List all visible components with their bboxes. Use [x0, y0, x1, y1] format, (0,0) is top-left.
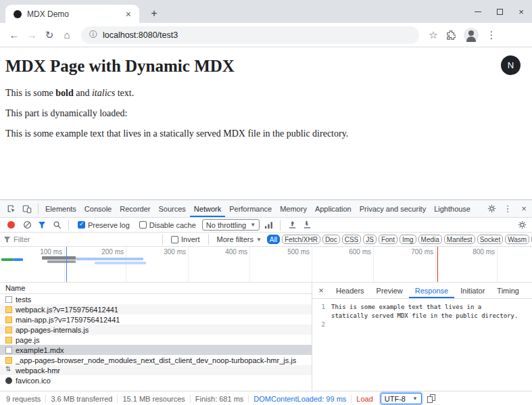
tab-lighthouse[interactable]: Lighthouse — [430, 200, 475, 217]
filter-chip-font[interactable]: Font — [379, 235, 397, 244]
filter-chip-wasm[interactable]: Wasm — [505, 235, 529, 244]
reload-icon[interactable]: ↻ — [41, 26, 58, 44]
table-row[interactable]: main-app.js?v=1759756412441 — [0, 314, 312, 325]
search-icon[interactable] — [51, 220, 63, 229]
minimize-button[interactable] — [467, 0, 489, 23]
filter-chip-img[interactable]: Img — [400, 235, 416, 244]
filter-chip-all[interactable]: All — [267, 235, 280, 244]
extensions-icon[interactable] — [442, 26, 460, 44]
table-row[interactable]: _app-pages-browser_node_modules_next_dis… — [0, 355, 312, 365]
tab-preview[interactable]: Preview — [370, 283, 409, 298]
table-row[interactable]: favicon.ico — [0, 375, 312, 385]
devtools-menu-icon[interactable]: ⋮ — [500, 204, 516, 214]
back-icon[interactable]: ← — [5, 26, 23, 44]
new-tab-button[interactable]: + — [146, 6, 162, 22]
devtools-settings-gear-icon[interactable] — [483, 204, 500, 213]
page-avatar[interactable]: N — [501, 55, 521, 75]
window-controls: × — [467, 0, 532, 23]
browser-tab[interactable]: MDX Demo × — [5, 5, 139, 23]
network-filter-bar: Invert More filters ▼ All Fetch/XHR Doc … — [0, 233, 532, 247]
filter-chip-doc[interactable]: Doc — [322, 235, 340, 244]
preserve-log-checkbox[interactable] — [78, 221, 85, 229]
response-viewer[interactable]: 1 This is some example text that lives i… — [312, 299, 532, 391]
invert-checkbox[interactable] — [171, 236, 178, 243]
tab-sources[interactable]: Sources — [154, 200, 189, 217]
table-row[interactable]: app-pages-internals.js — [0, 325, 312, 335]
tab-privacy-security[interactable]: Privacy and security — [356, 200, 430, 217]
bookmark-star-icon[interactable]: ☆ — [425, 26, 442, 44]
network-conditions-icon[interactable] — [262, 220, 274, 229]
tab-memory[interactable]: Memory — [276, 200, 311, 217]
disable-cache-option[interactable]: Disable cache — [139, 221, 196, 229]
table-row[interactable]: webpack.js?v=1759756412441 — [0, 304, 312, 314]
table-row-selected[interactable]: example1.mdx — [0, 345, 312, 355]
import-har-icon[interactable] — [286, 220, 298, 229]
waterfall-bar — [42, 256, 76, 260]
tab-elements[interactable]: Elements — [41, 200, 80, 217]
tab-performance[interactable]: Performance — [225, 200, 276, 217]
tab-recorder[interactable]: Recorder — [116, 200, 154, 217]
forward-icon[interactable]: → — [23, 26, 41, 44]
tab-initiator[interactable]: Initiator — [454, 283, 491, 298]
preserve-log-option[interactable]: Preserve log — [78, 221, 130, 229]
details-tabbar: × Headers Preview Response Initiator Tim… — [312, 283, 532, 299]
network-overview-timeline[interactable]: 100 ms 200 ms 300 ms 400 ms 500 ms 600 m… — [0, 247, 532, 283]
transferred-size: 3.6 MB transferred — [46, 395, 118, 403]
tab-application[interactable]: Application — [311, 200, 356, 217]
time-tick: 100 ms — [34, 248, 62, 256]
tab-timing[interactable]: Timing — [491, 283, 525, 298]
home-icon[interactable]: ⌂ — [58, 26, 76, 44]
url-text[interactable]: localhost:8080/test3 — [103, 30, 178, 40]
filter-chip-js[interactable]: JS — [363, 235, 377, 244]
time-tick: 600 ms — [343, 248, 371, 256]
tab-close-icon[interactable]: × — [123, 9, 134, 20]
close-button[interactable]: × — [510, 0, 532, 23]
table-row[interactable]: page.js — [0, 335, 312, 345]
details-close-icon[interactable]: × — [312, 283, 330, 298]
network-settings-gear-icon[interactable] — [516, 220, 528, 229]
gridline — [373, 247, 374, 282]
filter-funnel-icon[interactable] — [36, 221, 48, 229]
filter-chip-css[interactable]: CSS — [342, 235, 362, 244]
script-file-icon — [5, 316, 12, 323]
preserve-log-label: Preserve log — [88, 221, 130, 229]
name-column-header[interactable]: Name — [0, 283, 312, 294]
disable-cache-checkbox[interactable] — [139, 221, 147, 229]
clear-network-log-icon[interactable] — [21, 220, 33, 229]
divider — [68, 220, 69, 231]
puzzle-icon — [446, 30, 456, 40]
copy-icon[interactable] — [427, 394, 436, 404]
request-count: 9 requests — [1, 395, 46, 403]
table-row[interactable]: tests — [0, 294, 312, 304]
tab-headers[interactable]: Headers — [330, 283, 370, 298]
bold-text: bold — [55, 88, 73, 98]
maximize-button[interactable] — [489, 0, 510, 23]
filter-input-box[interactable] — [3, 235, 158, 243]
profile-avatar-icon[interactable] — [464, 28, 479, 43]
export-har-icon[interactable] — [301, 220, 313, 229]
request-name: favicon.ico — [16, 377, 51, 385]
table-row[interactable]: webpack-hmr — [0, 365, 312, 375]
invert-filter-option[interactable]: Invert — [171, 235, 200, 243]
tab-network[interactable]: Network — [190, 200, 225, 217]
device-toolbar-icon[interactable] — [19, 200, 35, 217]
browser-menu-icon[interactable]: ⋮ — [483, 26, 500, 44]
throttling-select[interactable]: No throttling ▼ — [202, 219, 260, 231]
tab-console[interactable]: Console — [80, 200, 116, 217]
encoding-select[interactable]: UTF-8 ▼ — [381, 393, 422, 404]
devtools-close-icon[interactable]: × — [516, 204, 532, 214]
filter-chip-socket[interactable]: Socket — [477, 235, 504, 244]
inspect-element-icon[interactable] — [3, 200, 19, 217]
filter-chip-manifest[interactable]: Manifest — [444, 235, 475, 244]
address-bar[interactable]: ⓘ localhost:8080/test3 — [81, 26, 419, 44]
dcl-marker-line — [66, 247, 67, 282]
more-filters-button[interactable]: More filters ▼ — [217, 235, 262, 243]
filter-chip-fetch-xhr[interactable]: Fetch/XHR — [282, 235, 320, 244]
time-tick: 400 ms — [219, 248, 247, 256]
record-network-log-icon[interactable] — [7, 221, 15, 229]
invert-label: Invert — [181, 235, 200, 243]
filter-chip-media[interactable]: Media — [418, 235, 442, 244]
tab-response[interactable]: Response — [409, 283, 455, 298]
network-filter-input[interactable] — [14, 235, 149, 243]
site-info-icon[interactable]: ⓘ — [89, 29, 97, 41]
